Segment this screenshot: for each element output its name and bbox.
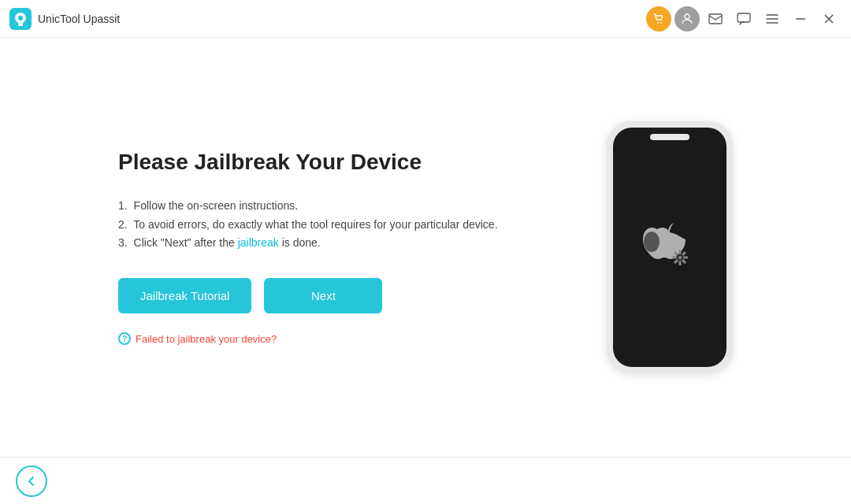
svg-point-3 bbox=[657, 22, 659, 24]
question-icon: ? bbox=[118, 332, 131, 345]
svg-rect-7 bbox=[738, 13, 750, 22]
fail-link[interactable]: ? Failed to jailbreak your device? bbox=[118, 332, 544, 345]
instructions-list: 1. Follow the on-screen instructions. 2.… bbox=[118, 197, 544, 253]
instruction-item-2: 2. To avoid errors, do exactly what the … bbox=[118, 216, 544, 235]
instruction-text-2: To avoid errors, do exactly what the too… bbox=[131, 216, 498, 235]
svg-point-5 bbox=[685, 14, 689, 19]
phone-mockup bbox=[607, 121, 733, 373]
instruction-item-1: 1. Follow the on-screen instructions. bbox=[118, 197, 544, 216]
main-content: Please Jailbreak Your Device 1. Follow t… bbox=[0, 38, 851, 457]
footer bbox=[0, 457, 851, 504]
user-button[interactable] bbox=[674, 6, 700, 32]
button-row: Jailbreak Tutorial Next bbox=[118, 278, 544, 313]
menu-button[interactable] bbox=[760, 6, 785, 32]
instruction-num-1: 1. bbox=[118, 197, 128, 216]
instruction-item-3: 3. Click "Next" after the jailbreak is d… bbox=[118, 234, 544, 253]
svg-point-4 bbox=[660, 22, 662, 24]
svg-rect-18 bbox=[684, 257, 688, 259]
apple-gear-icon bbox=[634, 212, 705, 283]
instruction-text-3: Click "Next" after the jailbreak is done… bbox=[131, 234, 321, 253]
chat-button[interactable] bbox=[731, 6, 756, 32]
svg-rect-2 bbox=[18, 24, 23, 26]
phone-screen bbox=[613, 128, 727, 367]
cart-button[interactable] bbox=[646, 6, 671, 32]
svg-point-14 bbox=[644, 232, 660, 252]
fail-link-text: Failed to jailbreak your device? bbox=[136, 333, 277, 345]
svg-point-1 bbox=[18, 16, 23, 20]
mail-button[interactable] bbox=[703, 6, 728, 32]
phone-notch bbox=[650, 134, 689, 140]
svg-rect-20 bbox=[679, 261, 682, 265]
svg-rect-22 bbox=[672, 257, 676, 259]
instruction-num-3: 3. bbox=[118, 234, 128, 253]
right-panel bbox=[607, 121, 733, 373]
instruction-text-1: Follow the on-screen instructions. bbox=[131, 197, 298, 216]
minimize-button[interactable] bbox=[788, 6, 813, 32]
next-button[interactable]: Next bbox=[264, 278, 382, 313]
title-bar: UnicTool Upassit bbox=[0, 0, 851, 38]
svg-rect-16 bbox=[679, 250, 682, 254]
left-panel: Please Jailbreak Your Device 1. Follow t… bbox=[118, 150, 544, 345]
app-title: UnicTool Upassit bbox=[38, 13, 120, 25]
title-bar-left: UnicTool Upassit bbox=[9, 8, 120, 30]
svg-rect-6 bbox=[709, 14, 722, 24]
jailbreak-link: jailbreak bbox=[238, 236, 279, 249]
page-title: Please Jailbreak Your Device bbox=[118, 150, 544, 175]
title-bar-right bbox=[646, 6, 842, 32]
svg-point-25 bbox=[678, 256, 682, 260]
app-logo-icon bbox=[9, 8, 32, 30]
close-button[interactable] bbox=[816, 6, 842, 32]
back-button[interactable] bbox=[16, 465, 47, 497]
jailbreak-tutorial-button[interactable]: Jailbreak Tutorial bbox=[118, 278, 251, 313]
instruction-num-2: 2. bbox=[118, 216, 128, 235]
